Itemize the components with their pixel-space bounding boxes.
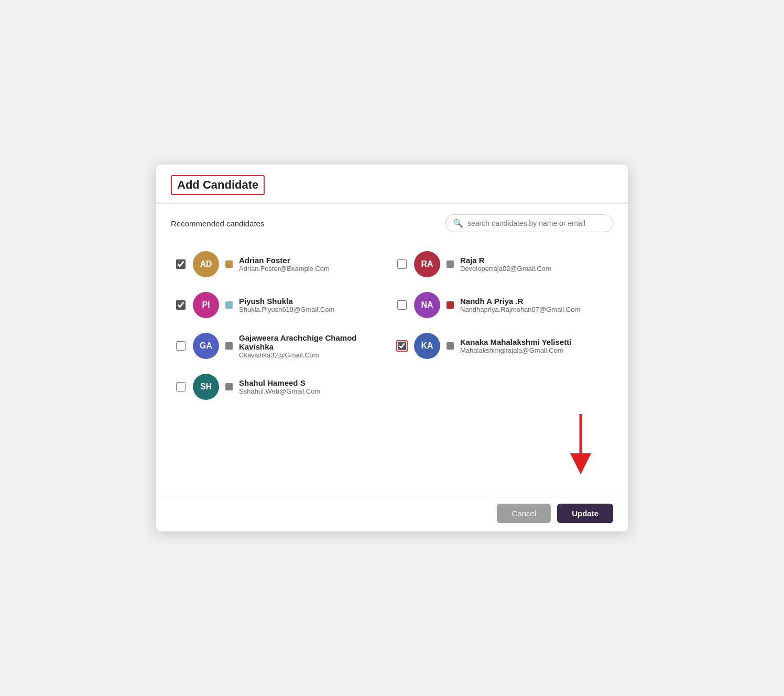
candidate-checkbox[interactable] [397, 300, 407, 310]
top-row: Recommended candidates 🔍 [171, 214, 613, 232]
candidate-info: Adrian Foster Adrian.Foster@Example.Com [239, 256, 330, 273]
candidate-info: Shahul Hameed S Sshahul.Web@Gmail.Com [239, 378, 320, 395]
dialog-footer: Cancel Update [156, 495, 628, 531]
candidate-info: Gajaweera Arachchige Chamod Kavishka Cka… [239, 333, 388, 359]
candidate-name: Adrian Foster [239, 256, 330, 265]
candidate-row: RA Raja R Developerraja02@Gmail.Com [392, 244, 613, 285]
candidate-row: AD Adrian Foster Adrian.Foster@Example.C… [171, 244, 392, 285]
candidate-name: Raja R [460, 256, 551, 265]
color-indicator [447, 260, 454, 268]
candidate-row: KA Kanaka Mahalakshmi Yelisetti Mahalaks… [392, 325, 613, 366]
candidate-row: NA Nandh A Priya .R Nandhapriya.Rajmohan… [392, 285, 613, 325]
candidate-checkbox[interactable] [176, 341, 186, 351]
search-icon: 🔍 [453, 219, 463, 228]
candidate-name: Gajaweera Arachchige Chamod Kavishka [239, 333, 388, 351]
cancel-button[interactable]: Cancel [497, 504, 551, 523]
avatar: KA [414, 333, 440, 359]
avatar: SH [193, 374, 219, 400]
avatar: AD [193, 251, 219, 277]
color-indicator [447, 342, 454, 350]
candidate-info: Kanaka Mahalakshmi Yelisetti Mahalakshmi… [460, 338, 571, 354]
candidate-email: Developerraja02@Gmail.Com [460, 265, 551, 273]
dialog-title: Add Candidate [171, 175, 265, 195]
checkbox-wrap[interactable] [175, 258, 187, 270]
candidate-checkbox[interactable] [398, 341, 406, 351]
search-input[interactable] [467, 219, 605, 227]
candidate-email: Mahalakshmigirajala@Gmail.Com [460, 346, 571, 354]
candidate-email: Nandhapriya.Rajmohan07@Gmail.Com [460, 306, 580, 313]
candidate-info: Nandh A Priya .R Nandhapriya.Rajmohan07@… [460, 297, 580, 313]
candidate-name: Nandh A Priya .R [460, 297, 580, 306]
candidate-email: Shukla.Piyush619@Gmail.Com [239, 306, 334, 313]
update-button[interactable]: Update [557, 504, 613, 523]
candidate-checkbox[interactable] [176, 259, 186, 269]
dialog-body: Recommended candidates 🔍 AD Adrian Foste… [156, 204, 628, 495]
avatar: NA [414, 292, 440, 318]
candidate-checkbox[interactable] [397, 259, 407, 269]
candidate-row [392, 366, 613, 407]
candidate-info: Raja R Developerraja02@Gmail.Com [460, 256, 551, 273]
checkbox-wrap[interactable] [396, 299, 408, 311]
search-box[interactable]: 🔍 [445, 214, 613, 232]
candidate-row: SH Shahul Hameed S Sshahul.Web@Gmail.Com [171, 366, 392, 407]
add-candidate-dialog: Add Candidate Recommended candidates 🔍 A… [156, 165, 628, 531]
color-indicator [225, 383, 233, 390]
avatar: RA [414, 251, 440, 277]
candidate-row: PI Piyush Shukla Shukla.Piyush619@Gmail.… [171, 285, 392, 325]
checkbox-wrap[interactable] [175, 381, 187, 393]
checkbox-wrap[interactable] [175, 299, 187, 311]
candidate-checkbox[interactable] [176, 300, 186, 310]
dialog-header: Add Candidate [156, 165, 628, 204]
candidate-row: GA Gajaweera Arachchige Chamod Kavishka … [171, 325, 392, 366]
color-indicator [447, 301, 454, 309]
candidate-name: Kanaka Mahalakshmi Yelisetti [460, 338, 571, 346]
avatar: PI [193, 292, 219, 318]
candidate-name: Shahul Hameed S [239, 378, 320, 387]
checkbox-wrap[interactable] [396, 340, 408, 352]
candidate-name: Piyush Shukla [239, 297, 334, 306]
candidates-grid: AD Adrian Foster Adrian.Foster@Example.C… [171, 244, 613, 407]
candidate-info: Piyush Shukla Shukla.Piyush619@Gmail.Com [239, 297, 334, 313]
checkbox-wrap[interactable] [175, 340, 187, 352]
candidate-email: Adrian.Foster@Example.Com [239, 265, 330, 273]
candidate-checkbox[interactable] [176, 382, 186, 392]
candidate-email: Sshahul.Web@Gmail.Com [239, 387, 320, 395]
color-indicator [225, 301, 233, 309]
color-indicator [225, 260, 233, 268]
avatar: GA [193, 333, 219, 359]
color-indicator [225, 342, 233, 350]
section-label: Recommended candidates [171, 219, 264, 228]
checkbox-wrap[interactable] [396, 258, 408, 270]
candidate-email: Ckavishka32@Gmail.Com [239, 351, 388, 359]
